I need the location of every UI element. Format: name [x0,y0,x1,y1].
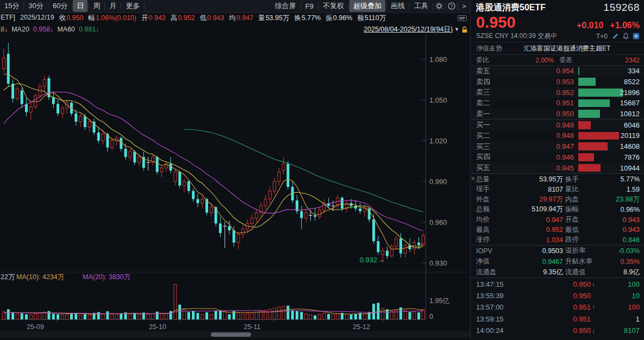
candle-body [404,245,407,254]
stat-value: 1.59 [627,186,640,193]
tick-row-0[interactable]: 13:47:150.950↓100 [471,278,644,289]
stat-label: IOPV [476,247,492,255]
stat-value: 29.97万 [539,195,563,204]
info-field-5: 高0.952 [171,14,195,23]
tab-tool-0[interactable]: 综合屏 [271,0,300,12]
tab-interval-1[interactable]: 30分 [24,0,47,12]
unlock-icon[interactable] [461,26,468,33]
info-field-value: 53.95万 [266,14,290,22]
volume-bar [183,309,186,319]
stat-cell: 外盘29.97万 [476,195,563,204]
stat-cell: 涨停1.034 [476,235,563,244]
candle-body [124,149,127,157]
stat-cell: 最高0.952 [476,225,563,235]
stat-label: 流通值 [565,268,586,277]
bid-row-4[interactable]: 买五0.94510944 [471,162,644,173]
volume-bar [215,311,217,319]
tick-direction-arrow-icon: ↑ [591,304,599,311]
tick-price: 0.950 [558,292,591,300]
tab-tool-3[interactable]: 超级叠加 [349,0,385,12]
depth-volume: 8522 [624,78,640,86]
bid-row-3[interactable]: 买四0.9467876 [471,152,644,163]
tick-by-tick-list[interactable]: 13:47:150.950↓10013:55:390.9501013:57:00… [471,278,644,340]
tab-interval-0[interactable]: 15分 [1,0,23,12]
scrollbar-thumb[interactable] [211,332,251,337]
wp-badge-icon[interactable]: WP [458,15,467,21]
volume-bar [174,285,177,319]
candle-body [16,89,18,99]
ask-row-3[interactable]: 卖二0.95115687 [471,98,644,109]
weicha-value: 2342 [625,56,640,64]
weibi-value: 2.00% [535,56,554,64]
stat-value: 0.846 [623,236,640,244]
candle-body [74,114,77,122]
chart-toolbar: 15分30分60分日周月更多 综合屏F9不复权超级叠加画线工具 ? > [0,0,470,13]
tab-divider [23,3,24,10]
tab-divider [144,3,145,10]
tab-tool-4[interactable]: 画线 [387,0,409,12]
ask-row-4[interactable]: 卖一0.95010812 [471,109,644,119]
tab-interval-4[interactable]: 周 [89,0,104,12]
security-name: 港股通消费50ETF [476,2,546,14]
tick-row-2[interactable]: 13:57:000.951↑100 [471,301,644,313]
volume-bar [278,307,280,319]
candle-body [129,152,132,157]
expand-chevron-icon[interactable]: > [458,2,470,10]
stat-row-5: 最高0.952最低0.943 [471,225,644,235]
date-range-selector[interactable]: 2025/08/04-2025/12/19(94日) ▼ [364,25,468,34]
info-field-label: 2025/12/19 [20,14,54,21]
volume-bar [192,311,195,319]
info-field-8: 量53.95万 [258,14,289,23]
ask-row-0[interactable]: 卖五0.954334 [471,66,644,77]
info-field-label: ETF] [1,14,15,21]
candle-body [192,191,195,199]
collapse-panel-icon[interactable]: » [471,174,475,182]
kline-chart-area[interactable]: 1.0801.0501.0200.9900.9600.9300.932→22万M… [0,35,470,340]
volume-bar [16,314,18,319]
price-change: +0.010 [577,21,603,30]
ma60-line [184,129,423,212]
nav-fund-row[interactable]: 净值走势 汇添富国证港股通消费主题ET [471,42,644,55]
bid-row-2[interactable]: 买三0.94714608 [471,141,644,152]
price-axis-label: 1.050 [429,96,447,104]
info-field-10: 振0.96% [326,14,352,23]
tab-interval-5[interactable]: 月 [105,0,120,12]
alert-bell-icon[interactable] [622,33,629,40]
stat-cell: 振幅0.96% [563,205,640,214]
edit-pencil-icon[interactable] [612,33,619,40]
volume-bar [282,306,285,319]
low-annotation-label: 0.932 [360,256,378,264]
stat-cell: 升贴水率0.35% [563,257,640,266]
tick-time: 13:57:00 [476,303,517,311]
depth-volume-bar [578,67,579,75]
ask-row-1[interactable]: 卖四0.9538522 [471,77,644,87]
tick-row-1[interactable]: 13:55:390.95010 [471,290,644,301]
volume-bar [201,314,204,319]
volume-bar [305,314,308,319]
kline-chart-svg[interactable]: 1.0801.0501.0200.9900.9600.9300.932→22万M… [0,35,470,338]
tab-divider [88,3,89,10]
tick-row-3[interactable]: 13:59:150.9511 [471,313,644,325]
ask-row-2[interactable]: 卖三0.95221896 [471,87,644,98]
tab-interval-3[interactable]: 日 [73,0,87,12]
volume-bar [291,310,294,319]
candle-body [282,164,285,171]
depth-price: 0.952 [498,89,574,97]
tab-interval-6[interactable]: 更多 [122,0,143,12]
bid-row-0[interactable]: 买一0.9496046 [471,119,644,130]
tab-tool-5[interactable]: 工具 [410,0,432,12]
ma-value-0: 8↓ [1,26,8,33]
bid-row-1[interactable]: 买二0.94820119 [471,130,644,141]
tab-tool-1[interactable]: F9 [302,1,317,11]
depth-volume-bar [578,78,596,86]
tab-interval-2[interactable]: 60分 [49,0,71,12]
candle-body [377,241,379,252]
depth-volume-bar [578,164,601,172]
settings-gear-icon[interactable] [433,2,445,10]
add-plus-icon[interactable] [633,33,640,40]
tab-tool-2[interactable]: 不复权 [319,0,348,12]
date-range-label[interactable]: 2025/08/04-2025/12/19(94日) [364,25,453,34]
tick-row-4[interactable]: 14:00:240.950↓8107 [471,325,644,336]
help-icon[interactable]: ? [446,2,458,10]
volume-bar [296,311,298,319]
